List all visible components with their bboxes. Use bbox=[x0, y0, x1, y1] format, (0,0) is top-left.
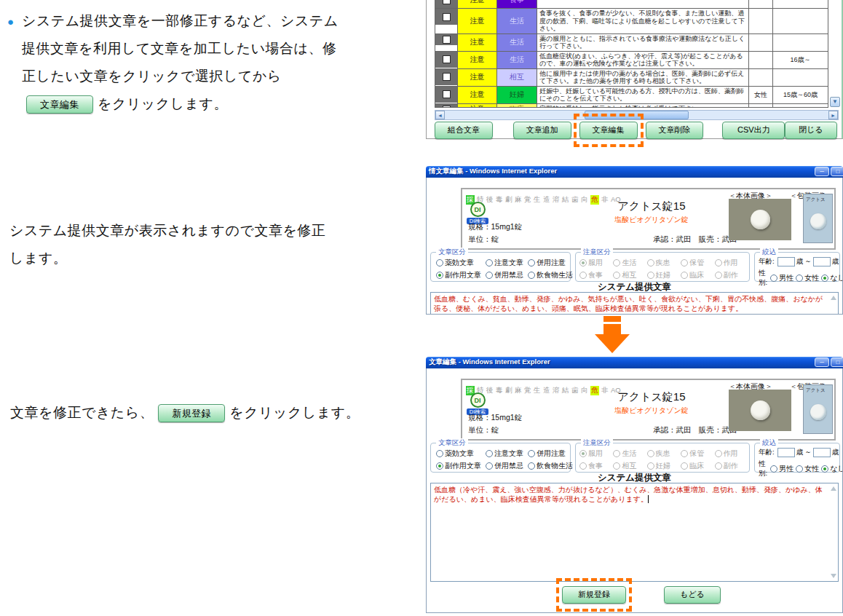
radio-option[interactable]: 副作用文章 bbox=[436, 270, 481, 280]
radio-label: 注意文章 bbox=[494, 449, 523, 459]
maximize-icon[interactable]: □ bbox=[831, 167, 843, 176]
drug-name-box: アクトス錠15 塩酸ピオグリタゾン錠 bbox=[568, 200, 735, 225]
fieldset-legend: 絞込 bbox=[760, 438, 778, 448]
scroll-up-icon[interactable] bbox=[831, 486, 836, 491]
table-row[interactable]: 注意 相互 他に服用中または使用中の薬がある場合は、医師、薬剤師に必ず伝えて下さ… bbox=[435, 69, 828, 87]
radio-option[interactable]: 併用禁忌 bbox=[486, 461, 523, 471]
radio-icon[interactable] bbox=[486, 450, 493, 457]
minimize-icon[interactable]: ─ bbox=[815, 167, 829, 176]
kumiai-bunsho-button[interactable]: 組合文章 bbox=[435, 122, 493, 139]
age-to-input[interactable] bbox=[813, 257, 831, 266]
pill-shape bbox=[751, 400, 770, 420]
table-row[interactable]: 注意 臨床 定期的に受診し、指示された検査は必ず受けて下さい。 bbox=[435, 104, 828, 108]
window-titlebar[interactable]: 文章編集 - Windows Internet Explorer ─ □ bbox=[426, 357, 843, 368]
row-checkbox[interactable] bbox=[443, 0, 451, 4]
bunsho-sakujo-button[interactable]: 文章削除 bbox=[646, 122, 704, 139]
radio-icon[interactable] bbox=[528, 450, 535, 457]
radio-icon[interactable] bbox=[436, 259, 443, 266]
fieldset-legend: 文章区分 bbox=[436, 438, 468, 448]
radio-label: 保管 bbox=[689, 449, 704, 459]
maximize-icon[interactable]: □ bbox=[831, 358, 843, 367]
radio-option[interactable]: 副作用文章 bbox=[436, 461, 481, 471]
table-row[interactable]: 注意 食事 症状が現れた時にすぐにとって下さい。 bbox=[435, 0, 828, 9]
radio-option-disabled: 作用 bbox=[715, 258, 745, 268]
radio-label: 飲食物生活 bbox=[537, 461, 573, 471]
di-search-logo[interactable]: DI DI検索 bbox=[467, 202, 488, 224]
horizontal-scrollbar[interactable]: ◄ ► bbox=[435, 110, 839, 120]
bunsho-kubun-fieldset: 文章区分 薬効文章注意文章併用注意副作用文章併用禁忌飲食物生活 bbox=[430, 252, 571, 282]
radio-icon bbox=[715, 272, 722, 279]
minimize-icon[interactable]: ─ bbox=[815, 358, 829, 367]
scroll-down-icon[interactable] bbox=[831, 574, 836, 578]
radio-label: 作用 bbox=[724, 449, 738, 459]
caution-text-table: 注意 食事 症状が現れた時にすぐにとって下さい。 注意 生活 食事を抜く、食事の… bbox=[435, 0, 828, 108]
di-circle-icon: DI bbox=[470, 202, 486, 217]
radio-icon[interactable] bbox=[528, 259, 535, 266]
row-checkbox[interactable] bbox=[443, 13, 451, 21]
radio-icon[interactable] bbox=[436, 272, 443, 279]
age-from-input[interactable] bbox=[777, 257, 795, 266]
radio-option[interactable]: 併用禁忌 bbox=[486, 270, 523, 280]
warn-label: 注意 bbox=[457, 69, 497, 86]
drug-info-panel: 採特後毒劇麻覚生造溶結歯向危非AQ ＜本体画像＞ ＜包装画像＞ DI DI検索 … bbox=[461, 188, 836, 250]
radio-label: 服用 bbox=[588, 258, 603, 268]
row-checkbox[interactable] bbox=[443, 90, 451, 98]
step1-text-after: をクリックします。 bbox=[98, 96, 228, 111]
radio-option[interactable]: 併用注意 bbox=[528, 258, 573, 268]
radio-icon[interactable] bbox=[528, 462, 535, 470]
radio-option[interactable]: 薬効文章 bbox=[436, 449, 481, 459]
row-checkbox[interactable] bbox=[443, 36, 451, 44]
radio-icon bbox=[613, 450, 620, 457]
radio-icon[interactable] bbox=[486, 259, 493, 266]
drug-tag: 劇 bbox=[505, 195, 512, 205]
tilde: ～ bbox=[804, 257, 812, 266]
di-search-logo[interactable]: DI DI検索 bbox=[467, 392, 488, 415]
checkbox-cell bbox=[435, 104, 457, 108]
close-button[interactable]: 閉じる bbox=[785, 122, 837, 139]
radio-option[interactable]: 飲食物生活 bbox=[528, 461, 573, 471]
scroll-down-button[interactable]: ▼ bbox=[830, 97, 840, 107]
age-from-input[interactable] bbox=[777, 448, 795, 457]
age-to-input[interactable] bbox=[813, 448, 831, 457]
radio-option-disabled: 食事 bbox=[579, 270, 610, 280]
category-label: 妊婦 bbox=[497, 87, 537, 103]
radio-icon bbox=[647, 450, 654, 457]
scroll-right-button[interactable]: ► bbox=[828, 111, 838, 119]
window-titlebar[interactable]: 情文章編集 - Windows Internet Explorer ─ □ bbox=[426, 166, 843, 178]
radio-icon[interactable] bbox=[528, 272, 535, 279]
radio-icon bbox=[715, 462, 722, 470]
radio-option[interactable]: 飲食物生活 bbox=[528, 270, 573, 280]
scroll-left-button[interactable]: ◄ bbox=[435, 111, 445, 119]
table-row[interactable]: 注意 生活 薬の服用とともに、指示されている食事療法や運動療法なども正しく行って… bbox=[435, 34, 828, 52]
radio-icon[interactable] bbox=[486, 462, 493, 470]
radio-icon bbox=[579, 272, 587, 279]
bunsho-henshu-button[interactable]: 文章編集 bbox=[579, 122, 638, 139]
drug-tag: 覚 bbox=[524, 195, 531, 205]
bunsho-tsuika-button[interactable]: 文章追加 bbox=[513, 122, 571, 139]
scroll-up-icon[interactable] bbox=[831, 296, 836, 300]
radio-option[interactable]: 注意文章 bbox=[486, 449, 523, 459]
radio-option[interactable]: 薬効文章 bbox=[436, 258, 481, 268]
radio-option[interactable]: 注意文章 bbox=[486, 258, 523, 268]
radio-label: 妊婦 bbox=[656, 270, 670, 280]
radio-icon[interactable] bbox=[486, 272, 493, 279]
table-row[interactable]: 注意 妊婦 妊娠中、妊娠している可能性のある方、授乳中の方は、医師、薬剤師にその… bbox=[435, 87, 828, 104]
scrollbar-thumb[interactable] bbox=[585, 111, 689, 119]
category-label: 生活 bbox=[497, 52, 537, 68]
table-row[interactable]: 注意 生活 食事を抜く、食事の量が少ない、不規則な食事、また激しい運動、過度の飲… bbox=[435, 9, 828, 34]
radio-icon[interactable] bbox=[436, 450, 443, 457]
csv-export-button[interactable]: CSV出力 bbox=[722, 122, 785, 139]
caution-text: 食事を抜く、食事の量が少ない、不規則な食事、また激しい運動、過度の飲酒、下痢、嘔… bbox=[537, 9, 748, 33]
row-checkbox[interactable] bbox=[443, 106, 451, 108]
system-text-area[interactable]: 低血糖、むくみ、貧血、動悸、発疹、かゆみ、気持ちが悪い、吐く、食欲がない、下痢、… bbox=[430, 292, 839, 315]
table-row[interactable]: 注意 生活 低血糖症状(めまい、ふらつき、冷や汗、震え等)が起こることがあるので… bbox=[435, 52, 828, 69]
shibori-fieldset: 絞込 年齢: 歳 ～ 歳 性別: 男性女性なし bbox=[754, 252, 840, 282]
row-checkbox[interactable] bbox=[443, 73, 451, 81]
modoru-button[interactable]: もどる bbox=[664, 586, 721, 604]
radio-option[interactable]: 併用注意 bbox=[528, 449, 573, 459]
system-text-area[interactable]: 低血糖（冷や汗、震え、強い空腹感、力が抜けるなど）、むくみ、急激な体重増加、息切… bbox=[430, 483, 839, 582]
radio-icon[interactable] bbox=[436, 462, 443, 470]
system-text-content: 低血糖（冷や汗、震え、強い空腹感、力が抜けるなど）、むくみ、急激な体重増加、息切… bbox=[434, 486, 823, 503]
row-checkbox[interactable] bbox=[443, 55, 451, 63]
shinki-touroku-button[interactable]: 新規登録 bbox=[562, 586, 626, 604]
